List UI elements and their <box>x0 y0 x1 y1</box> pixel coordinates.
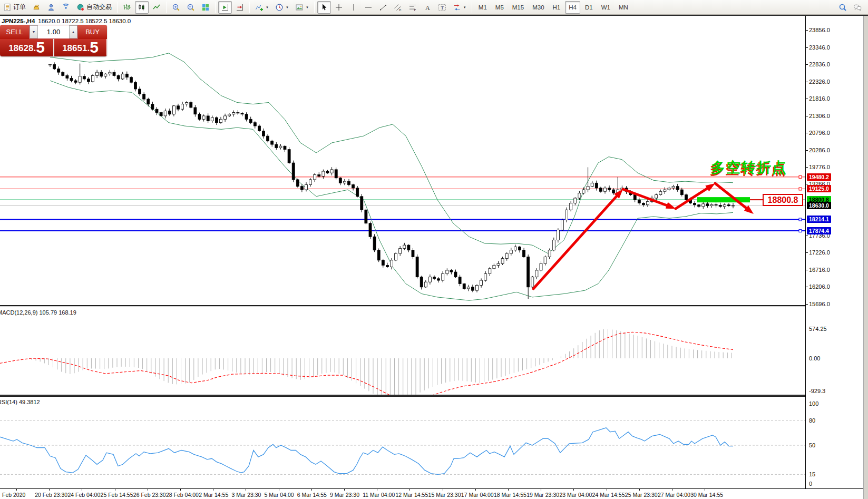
fibonacci-button[interactable]: F <box>406 1 420 14</box>
candle <box>305 182 308 192</box>
candle <box>117 75 120 82</box>
autotrading-label: 自动交易 <box>86 3 112 12</box>
candle <box>348 179 350 187</box>
market-watch-button[interactable] <box>30 1 43 14</box>
candlestick-chart-button[interactable] <box>135 1 149 14</box>
tf-m5-button[interactable]: M5 <box>492 1 508 14</box>
sell-price[interactable]: 18628.5 <box>0 39 53 56</box>
arrows-tool-dropdown-icon[interactable]: ▼ <box>463 6 466 9</box>
candle <box>300 184 303 192</box>
price-level-label[interactable]: 18800.8 <box>763 194 803 206</box>
arrows-tool-button[interactable]: ▼ <box>450 1 469 14</box>
tf-h4-button[interactable]: H4 <box>565 1 580 14</box>
textA-icon: A <box>423 3 432 12</box>
clock-icon <box>275 3 284 12</box>
new-order-label: 订单 <box>13 3 26 12</box>
templates-dropdown-icon[interactable]: ▼ <box>306 6 309 9</box>
tf-m30-button[interactable]: M30 <box>529 1 548 14</box>
auto-scroll-button[interactable] <box>218 1 232 14</box>
buy-button[interactable]: BUY <box>78 25 107 39</box>
templates-button[interactable]: ▼ <box>292 1 311 14</box>
line-handle[interactable] <box>799 175 802 178</box>
volume-increase-button[interactable]: ▲ <box>69 25 77 38</box>
line-chart-button[interactable] <box>150 1 163 14</box>
candle <box>672 185 675 190</box>
indicators-button[interactable]: ▼ <box>252 1 271 14</box>
zoom-in-button[interactable] <box>169 1 183 14</box>
candle <box>57 66 60 75</box>
chart-window: JPN225-,H418620.0 18722.5 18522.5 18630.… <box>0 15 868 499</box>
rsi-indicator-pane[interactable]: RSI(14) 49.3812 <box>0 397 805 488</box>
buy-price[interactable]: 18651.5 <box>53 39 106 56</box>
line-handle[interactable] <box>799 188 802 190</box>
autotrading-button[interactable]: 自动交易 <box>74 1 114 14</box>
crosshair-button[interactable] <box>332 1 346 14</box>
candle <box>62 71 64 76</box>
candle <box>463 283 465 290</box>
tf-d1-button[interactable]: D1 <box>581 1 597 14</box>
chart-shift-button[interactable] <box>233 1 247 14</box>
horizontal-line-button[interactable] <box>362 1 375 14</box>
tf-m30-label: M30 <box>532 4 544 11</box>
bar-chart-button[interactable] <box>120 1 134 14</box>
cursor-button[interactable] <box>317 1 331 14</box>
candle <box>608 185 611 192</box>
candle <box>186 101 188 106</box>
periods-dropdown-icon[interactable]: ▼ <box>286 6 289 9</box>
text-button[interactable]: A <box>421 1 434 14</box>
tf-m15-button[interactable]: M15 <box>509 1 528 14</box>
text-label-button[interactable]: T <box>435 1 449 14</box>
price-axis[interactable]: 23856.023346.022836.022326.021816.021306… <box>805 16 863 488</box>
candle <box>433 276 436 280</box>
line-handle[interactable] <box>799 230 802 232</box>
tile-windows-button[interactable] <box>199 1 212 14</box>
equidistant-channel-button[interactable]: E <box>391 1 405 14</box>
time-tick-mark <box>705 489 705 491</box>
candle <box>164 109 167 119</box>
search-button[interactable] <box>836 1 850 14</box>
candle <box>326 170 329 174</box>
periods-button[interactable]: ▼ <box>272 1 291 14</box>
trend-arrow-1[interactable] <box>533 189 623 289</box>
candle <box>335 168 337 180</box>
candle <box>510 248 512 256</box>
tf-m1-button[interactable]: M1 <box>475 1 491 14</box>
line-handle[interactable] <box>799 218 802 221</box>
candle <box>172 105 175 116</box>
person-icon <box>47 3 55 12</box>
metaeditor-button[interactable] <box>44 1 58 14</box>
price-tick-label: 22836.0 <box>809 61 830 67</box>
candle <box>377 248 380 262</box>
tf-w1-button[interactable]: W1 <box>598 1 614 14</box>
support-highlight-band[interactable] <box>697 197 750 202</box>
volume-decrease-button[interactable]: ▼ <box>30 25 38 38</box>
volume-value[interactable]: 1.00 <box>38 25 69 38</box>
indicators-dropdown-icon[interactable]: ▼ <box>266 6 269 9</box>
candle <box>493 263 495 269</box>
candle <box>638 198 640 205</box>
new-order-button[interactable]: 订单 <box>1 1 28 14</box>
time-axis[interactable]: Feb 202020 Feb 23:3024 Feb 04:0025 Feb 1… <box>0 488 868 499</box>
price-tick-mark <box>806 99 808 99</box>
candle <box>531 276 534 288</box>
candle <box>365 209 367 224</box>
signals-button[interactable] <box>59 1 73 14</box>
tf-h1-button[interactable]: H1 <box>549 1 564 14</box>
candle <box>591 181 593 187</box>
candle <box>356 186 359 197</box>
candle <box>698 204 700 208</box>
trendline-button[interactable] <box>376 1 390 14</box>
zoom-out-button[interactable] <box>184 1 198 14</box>
price-chart-pane[interactable]: JPN225-,H418620.0 18722.5 18522.5 18630.… <box>0 17 805 305</box>
candle <box>198 113 201 121</box>
candle <box>253 121 256 129</box>
candle <box>420 276 423 289</box>
sell-button[interactable]: SELL <box>0 25 29 39</box>
tf-mn-button[interactable]: MN <box>615 1 632 14</box>
vertical-line-button[interactable] <box>347 1 360 14</box>
candle <box>715 202 717 207</box>
candle <box>548 249 551 259</box>
chat-button[interactable] <box>851 1 864 14</box>
macd-indicator-pane[interactable]: MACD(12,26,9) 105.79 168.19 <box>0 307 805 395</box>
candle <box>574 197 577 205</box>
